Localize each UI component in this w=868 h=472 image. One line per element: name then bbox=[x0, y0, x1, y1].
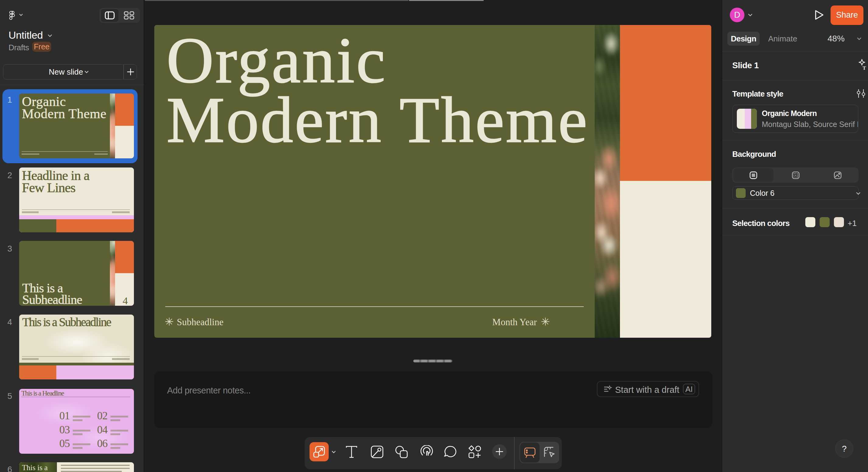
svg-text:T: T bbox=[863, 65, 866, 70]
